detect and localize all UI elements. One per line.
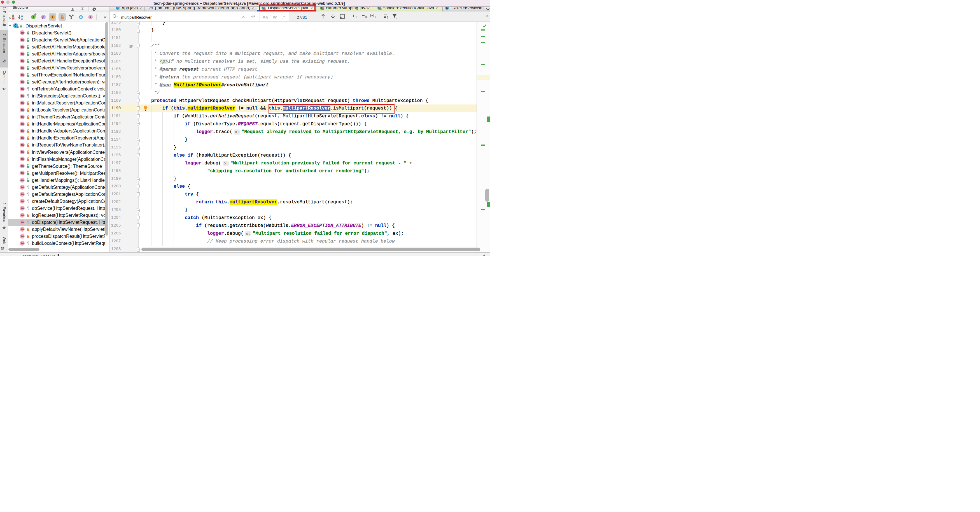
svg-text:C: C — [116, 7, 118, 10]
svg-text:C: C — [446, 7, 448, 10]
svg-text:I: I — [321, 7, 322, 10]
svg-text:z: z — [21, 17, 23, 20]
